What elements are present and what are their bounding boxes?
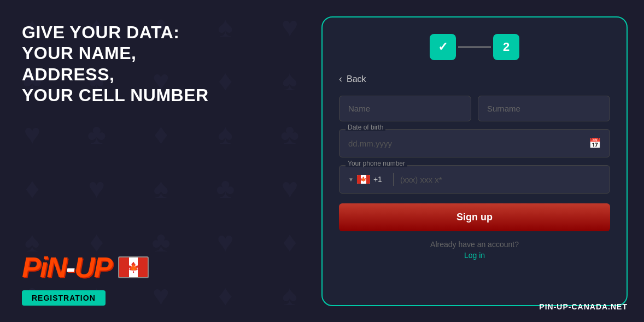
login-link[interactable]: Log in (339, 251, 610, 260)
date-label: Date of birth (346, 124, 385, 131)
back-button[interactable]: ‹ Back (339, 73, 610, 85)
calendar-icon[interactable]: 📅 (589, 137, 601, 149)
step-2-current: 2 (493, 34, 519, 60)
date-of-birth-group: Date of birth 📅 (339, 129, 610, 157)
phone-label: Your phone number (346, 160, 407, 167)
name-surname-row (339, 96, 610, 121)
headline-text: GIVE YOUR DATA: YOUR NAME, ADDRESS, YOUR… (22, 22, 213, 106)
date-input[interactable] (348, 139, 589, 148)
back-label: Back (347, 74, 366, 84)
logo-dash: - (66, 251, 74, 284)
footer-url: PIN-UP-CANADA.NET (539, 302, 628, 311)
country-selector[interactable]: ▼ 🍁 +1 (348, 175, 382, 184)
step-connector (458, 46, 491, 48)
step-indicators: ✓ 2 (339, 34, 610, 60)
country-code: +1 (373, 175, 382, 184)
country-chevron-icon: ▼ (348, 177, 354, 183)
logo-up: UP (74, 251, 112, 284)
registration-badge: REGISTRATION (22, 290, 106, 306)
name-input[interactable] (339, 96, 471, 121)
signup-button[interactable]: Sign up (339, 203, 610, 231)
phone-number-input[interactable] (400, 175, 601, 184)
step-1-done: ✓ (430, 34, 456, 60)
logo-row: PiN - UP 🍁 (22, 251, 213, 284)
left-panel: GIVE YOUR DATA: YOUR NAME, ADDRESS, YOUR… (0, 0, 235, 322)
account-text: Already have an account? (339, 240, 610, 249)
phone-divider (393, 173, 394, 186)
date-input-wrapper: 📅 (339, 129, 610, 157)
phone-input-wrapper: ▼ 🍁 +1 (339, 165, 610, 194)
country-flag: 🍁 (357, 175, 370, 184)
registration-modal: ✓ 2 ‹ Back Date of birth 📅 Your phone nu… (321, 16, 628, 306)
logo-pin: PiN (22, 251, 66, 284)
surname-input[interactable] (478, 96, 610, 121)
back-chevron-icon: ‹ (339, 73, 342, 85)
logo-area: PiN - UP 🍁 REGISTRATION (22, 251, 213, 306)
canada-flag: 🍁 (118, 256, 149, 278)
phone-group: Your phone number ▼ 🍁 +1 (339, 165, 610, 194)
